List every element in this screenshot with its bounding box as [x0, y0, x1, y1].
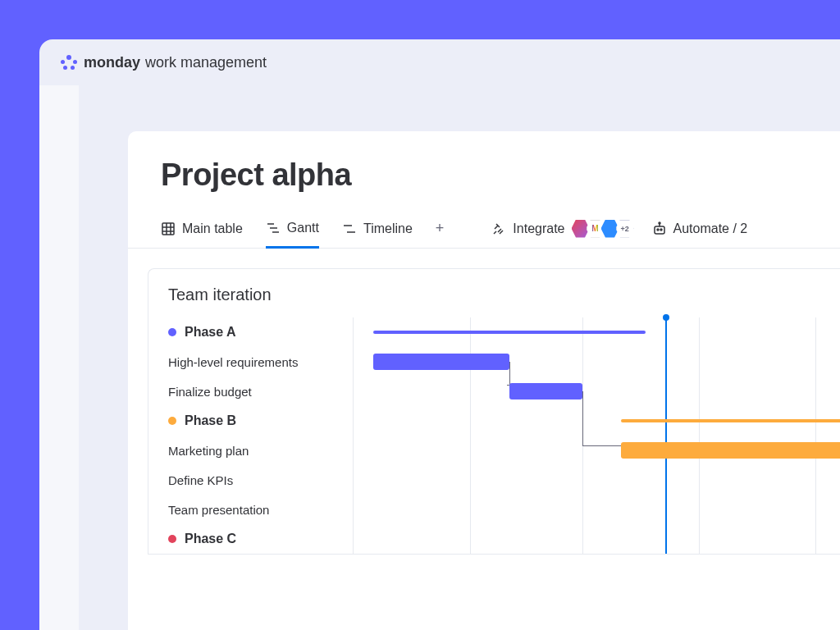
tab-label: Main table — [182, 221, 243, 236]
plug-icon — [491, 221, 506, 236]
phase-dot-icon — [168, 417, 176, 425]
task-label: Finalize budget — [168, 385, 252, 399]
svg-rect-0 — [162, 223, 174, 235]
phase-header[interactable]: Phase A — [148, 317, 353, 347]
page-title: Project alpha — [128, 131, 840, 209]
task-bar[interactable] — [509, 383, 582, 399]
task-row[interactable]: Team presentation — [148, 495, 353, 524]
svg-point-11 — [657, 229, 659, 231]
sidebar — [39, 85, 79, 630]
phase-header[interactable]: Phase C — [148, 524, 353, 554]
brand-name: monday — [84, 54, 140, 71]
phase-label: Phase C — [185, 532, 236, 546]
gantt-title: Team iteration — [148, 269, 840, 317]
tab-gantt[interactable]: Gantt — [266, 210, 319, 249]
timeline-icon — [342, 221, 357, 236]
gantt-card: Team iteration Phase A High-level requir… — [148, 268, 840, 555]
window-header: monday work management — [39, 39, 840, 85]
task-row[interactable]: Finalize budget — [148, 377, 353, 406]
svg-point-12 — [660, 229, 662, 231]
tab-label: Timeline — [363, 221, 413, 236]
automate-label: Automate / 2 — [673, 221, 748, 236]
task-label: Define KPIs — [168, 473, 233, 487]
phase-label: Phase B — [185, 413, 236, 428]
integrate-button[interactable]: Integrate M +2 — [491, 220, 633, 238]
task-label: Team presentation — [168, 503, 269, 517]
task-row[interactable]: Marketing plan — [148, 436, 353, 465]
integrate-label: Integrate — [513, 221, 564, 236]
add-view-button[interactable]: + — [436, 220, 445, 237]
summary-bar[interactable] — [373, 331, 646, 334]
gantt-body: Phase A High-level requirements Finalize… — [148, 317, 840, 554]
grid-icon — [161, 221, 176, 236]
gantt-icon — [266, 221, 281, 235]
main-panel: Project alpha Main table Gantt Timeline — [128, 131, 840, 630]
right-actions: Integrate M +2 Automate / 2 — [491, 220, 747, 238]
gantt-area: Team iteration Phase A High-level requir… — [128, 249, 840, 555]
gantt-chart-column[interactable] — [354, 317, 840, 554]
tabs-row: Main table Gantt Timeline + — [128, 209, 840, 249]
integration-overflow[interactable]: +2 — [616, 220, 634, 238]
task-bar[interactable] — [373, 354, 509, 370]
phase-label: Phase A — [185, 325, 236, 340]
task-row[interactable]: High-level requirements — [148, 347, 353, 377]
monday-logo-icon — [59, 52, 79, 72]
brand-suffix: work management — [145, 54, 267, 71]
task-bar[interactable] — [621, 442, 840, 459]
task-label: High-level requirements — [168, 355, 298, 369]
app-window: monday work management Project alpha Mai… — [39, 39, 840, 630]
integration-icons: M +2 — [572, 220, 634, 238]
svg-rect-10 — [655, 226, 664, 234]
tab-main-table[interactable]: Main table — [161, 209, 243, 248]
phase-header[interactable]: Phase B — [148, 406, 353, 436]
task-label: Marketing plan — [168, 444, 249, 458]
phase-dot-icon — [168, 328, 176, 336]
robot-icon — [652, 221, 667, 236]
task-row[interactable]: Define KPIs — [148, 465, 353, 495]
tab-label: Gantt — [287, 221, 319, 235]
automate-button[interactable]: Automate / 2 — [652, 221, 748, 236]
tab-timeline[interactable]: Timeline — [342, 209, 413, 248]
summary-bar[interactable] — [621, 419, 840, 422]
gantt-labels-column: Phase A High-level requirements Finalize… — [148, 317, 354, 554]
phase-dot-icon — [168, 535, 176, 543]
